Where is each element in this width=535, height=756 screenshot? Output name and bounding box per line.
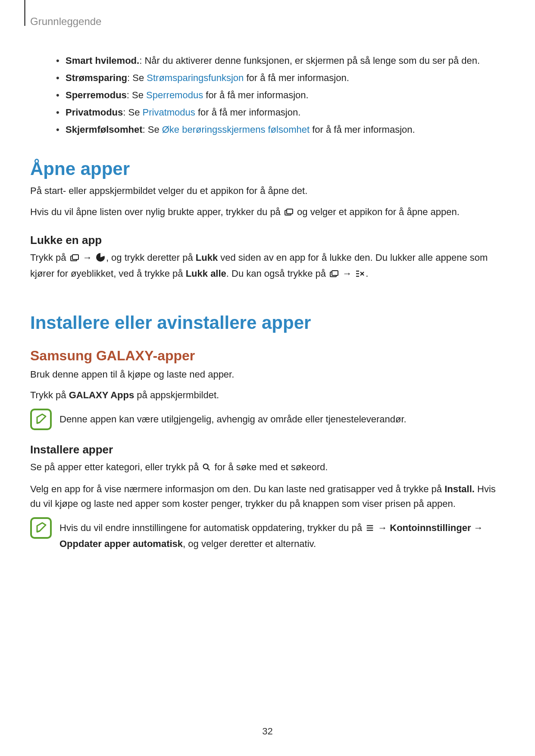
text: →: [340, 268, 354, 279]
text: Trykk på: [30, 390, 69, 400]
bullet-text: : Se: [127, 72, 147, 83]
paragraph: Se på apper etter kategori, eller trykk …: [30, 460, 505, 476]
paragraph: På start- eller appskjermbildet velger d…: [30, 184, 505, 198]
bullet-link[interactable]: Sperremodus: [146, 90, 203, 100]
text-bold: Lukk alle: [186, 268, 226, 279]
bullet-title: Privatmodus: [66, 107, 123, 118]
text: Velg en app for å vise nærmere informasj…: [30, 484, 444, 494]
heading-samsung-galaxy-apper: Samsung GALAXY-apper: [30, 348, 505, 364]
text: på appskjermbildet.: [134, 390, 219, 400]
recent-apps-icon: [329, 268, 339, 282]
heading-installere-apper: Installere apper: [30, 443, 505, 456]
text: . Du kan også trykke på: [226, 268, 329, 279]
heading-lukke-en-app: Lukke en app: [30, 234, 505, 247]
text-bold: GALAXY Apps: [69, 390, 135, 400]
bullet-title: Skjermfølsomhet: [66, 124, 143, 135]
search-icon: [202, 461, 211, 476]
bullet-skjermfolsomhet: Skjermfølsomhet: Se Øke berøringsskjerme…: [56, 122, 505, 137]
bullet-text: : Se: [123, 107, 142, 118]
note-icon: [30, 409, 52, 430]
note-block: Hvis du vil endre innstillingene for aut…: [30, 517, 505, 551]
text: for å søke med et søkeord.: [212, 462, 328, 472]
text: , og velger deretter et alternativ.: [183, 538, 316, 549]
text-bold: Install.: [444, 484, 475, 494]
bullet-link[interactable]: Privatmodus: [143, 107, 195, 118]
bullet-text: for å få mer informasjon.: [195, 107, 301, 118]
bullet-title: Sperremodus: [66, 90, 127, 100]
text: og velger et appikon for å åpne appen.: [294, 206, 460, 217]
text: .: [366, 268, 368, 279]
paragraph: Bruk denne appen til å kjøpe og laste ne…: [30, 367, 505, 382]
heading-installere-avinstallere: Installere eller avinstallere apper: [30, 312, 505, 333]
text: Hvis du vil endre innstillingene for aut…: [59, 522, 365, 533]
text: , og trykk deretter på: [106, 252, 196, 263]
bullet-text: for å få mer informasjon.: [310, 124, 415, 135]
header-accent-bar: [24, 0, 25, 26]
text-bold: Lukk: [196, 252, 218, 263]
bullet-smart-hvilemod: Smart hvilemod.: Når du aktiverer denne …: [56, 53, 505, 68]
text: →: [80, 252, 95, 263]
heading-apne-apper: Åpne apper: [30, 159, 505, 179]
feature-bullet-list: Smart hvilemod.: Når du aktiverer denne …: [30, 53, 505, 137]
bullet-privatmodus: Privatmodus: Se Privatmodus for å få mer…: [56, 105, 505, 120]
note-block: Denne appen kan være utilgjengelig, avhe…: [30, 409, 505, 430]
paragraph: Trykk på GALAXY Apps på appskjermbildet.: [30, 388, 505, 403]
bullet-stromsparing: Strømsparing: Se Strømsparingsfunksjon f…: [56, 71, 505, 85]
text: Trykk på: [30, 252, 69, 263]
text: Se på apper etter kategori, eller trykk …: [30, 462, 201, 472]
close-all-icon: [355, 268, 365, 282]
paragraph: Hvis du vil åpne listen over nylig brukt…: [30, 205, 505, 221]
page-number: 32: [0, 726, 535, 737]
bullet-link[interactable]: Strømsparingsfunksjon: [147, 72, 244, 83]
text: →: [471, 522, 483, 533]
bullet-text: : Når du aktiverer denne funksjonen, er …: [139, 55, 480, 66]
bullet-sperremodus: Sperremodus: Se Sperremodus for å få mer…: [56, 88, 505, 103]
menu-icon: [366, 522, 374, 537]
page-section-header: Grunnleggende: [30, 16, 505, 28]
task-manager-icon: [96, 252, 105, 266]
bullet-link[interactable]: Øke berøringsskjermens følsomhet: [162, 124, 310, 135]
note-text: Denne appen kan være utilgjengelig, avhe…: [59, 409, 407, 427]
recent-apps-icon: [70, 252, 79, 266]
paragraph: Velg en app for å vise nærmere informasj…: [30, 482, 505, 511]
text-bold: Kontoinnstillinger: [390, 522, 471, 533]
bullet-text: for å få mer informasjon.: [203, 90, 309, 100]
text-bold: Oppdater apper automatisk: [59, 538, 183, 549]
bullet-text: : Se: [143, 124, 162, 135]
note-text: Hvis du vil endre innstillingene for aut…: [59, 517, 505, 551]
recent-apps-icon: [284, 206, 294, 221]
bullet-title: Smart hvilemod.: [66, 55, 139, 66]
text: Hvis du vil åpne listen over nylig brukt…: [30, 206, 283, 217]
note-icon: [30, 517, 52, 539]
paragraph: Trykk på → , og trykk deretter på Lukk v…: [30, 250, 505, 282]
bullet-text: for å få mer informasjon.: [244, 72, 349, 83]
text: →: [375, 522, 390, 533]
bullet-text: : Se: [127, 90, 146, 100]
bullet-title: Strømsparing: [66, 72, 127, 83]
